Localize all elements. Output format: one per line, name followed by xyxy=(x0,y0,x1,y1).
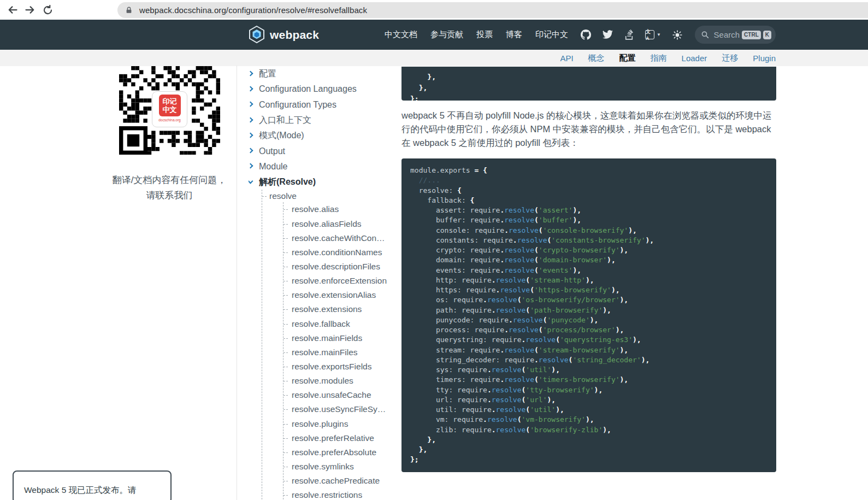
webpack-logo[interactable]: webpack xyxy=(249,20,319,50)
address-bar[interactable]: webpack.docschina.org/configuration/reso… xyxy=(117,2,868,18)
url-text: webpack.docschina.org/configuration/reso… xyxy=(139,5,367,15)
chevron-down-icon: ▼ xyxy=(657,32,661,37)
sidebar-subitem[interactable]: resolve.preferRelative xyxy=(284,431,400,445)
nav-link[interactable]: 博客 xyxy=(506,30,522,40)
sidebar-subitem[interactable]: resolve.useSyncFileSy… xyxy=(284,402,400,416)
sidebar-subitem[interactable]: resolve.alias xyxy=(284,202,400,216)
sidebar-subitem[interactable]: resolve.enforceExtension xyxy=(284,274,400,288)
sidebar-item-label: Configuration Languages xyxy=(259,84,357,94)
tree-children: resolve.aliasresolve.aliasFieldsresolve.… xyxy=(283,202,400,500)
browser-chrome: webpack.docschina.org/configuration/reso… xyxy=(0,0,868,20)
sidebar-divider xyxy=(237,66,237,500)
nav-link[interactable]: 参与贡献 xyxy=(430,30,463,40)
code-block-fallback[interactable]: module.exports = { //... resolve: { fall… xyxy=(401,158,776,472)
sidebar-item-resolve[interactable]: resolve xyxy=(262,190,400,202)
sidebar-subitem[interactable]: resolve.fallback xyxy=(284,317,400,331)
lock-icon xyxy=(125,6,133,14)
chevron-right-icon xyxy=(249,102,253,107)
sidebar-item-label: 配置 xyxy=(259,68,276,80)
sidebar-subitem[interactable]: resolve.exportsFields xyxy=(284,360,400,374)
sidebar-item[interactable]: 模式(Mode) xyxy=(249,128,400,143)
sidebar-item-label: 解析(Resolve) xyxy=(259,177,316,188)
sidebar-subitem[interactable]: resolve.plugins xyxy=(284,416,400,431)
search-icon xyxy=(701,30,709,39)
sidebar-subitem[interactable]: resolve.conditionNames xyxy=(284,245,400,260)
sidebar-subitem[interactable]: resolve.restrictions xyxy=(284,488,400,500)
sidebar-item[interactable]: 配置 xyxy=(249,66,400,81)
logo-text: webpack xyxy=(270,28,319,42)
sidebar-subitem[interactable]: resolve.unsafeCache xyxy=(284,388,400,402)
resolve-tree: resolve resolve.aliasresolve.aliasFields… xyxy=(262,190,400,500)
sidebar-subitem[interactable]: resolve.preferAbsolute xyxy=(284,445,400,460)
subnav-item[interactable]: Plugin xyxy=(753,54,776,63)
top-nav: 中文文档参与贡献投票博客印记中文 xyxy=(385,30,568,40)
nav-link[interactable]: 中文文档 xyxy=(385,30,417,40)
header-icons: 文A ▼ xyxy=(581,30,682,40)
sidebar-subitem[interactable]: resolve.extensionAlias xyxy=(284,288,400,302)
github-icon[interactable] xyxy=(581,30,591,40)
sidebar-subitem[interactable]: resolve.symlinks xyxy=(284,460,400,474)
sidebar-item-label: Output xyxy=(259,146,285,156)
twitter-icon[interactable] xyxy=(603,30,613,39)
sidebar-subitem[interactable]: resolve.mainFiles xyxy=(284,345,400,360)
chevron-right-icon xyxy=(249,86,253,91)
sidebar-item[interactable]: 解析(Resolve) xyxy=(249,174,400,190)
sidebar-subitem[interactable]: resolve.aliasFields xyxy=(284,217,400,231)
sidebar-subitem[interactable]: resolve.cachePredicate xyxy=(284,474,400,488)
sidebar-subitem[interactable]: resolve.modules xyxy=(284,374,400,388)
notification-text: Webpack 5 现已正式发布。请 xyxy=(24,485,137,495)
sidebar-item[interactable]: Output xyxy=(249,143,400,158)
sidebar-item[interactable]: 入口和上下文 xyxy=(249,113,400,128)
subnav-item[interactable]: 指南 xyxy=(651,53,667,63)
webpack-docs-page: webpack.docschina.org/configuration/reso… xyxy=(0,0,868,500)
qr-domain-text: docschina.org xyxy=(158,118,180,122)
chevron-right-icon xyxy=(249,70,253,76)
site-header: webpack 中文文档参与贡献投票博客印记中文 文A ▼ xyxy=(0,20,868,50)
webpack-cube-icon xyxy=(249,26,265,44)
kbd-k: K xyxy=(763,31,771,39)
subnav-item[interactable]: 配置 xyxy=(619,53,636,63)
chevron-down-icon xyxy=(249,178,253,184)
qr-center-logo: 印记 中文 docschina.org xyxy=(152,91,187,127)
subnav-item[interactable]: 概念 xyxy=(588,53,605,63)
subnav-item[interactable]: 迁移 xyxy=(722,53,738,63)
chevron-right-icon xyxy=(249,163,253,169)
sidebar-subitem[interactable]: resolve.descriptionFiles xyxy=(284,260,400,274)
back-icon[interactable] xyxy=(5,3,20,17)
subnav-item[interactable]: Loader xyxy=(682,54,707,63)
subnav: API概念配置指南Loader迁移Plugin xyxy=(0,50,868,66)
sidebar-list: 配置Configuration LanguagesConfiguration T… xyxy=(249,66,400,190)
forward-icon[interactable] xyxy=(23,3,37,17)
sidebar-item-label: 模式(Mode) xyxy=(259,130,304,142)
qr-code: 印记 中文 docschina.org xyxy=(119,66,220,155)
subnav-item[interactable]: API xyxy=(560,54,573,63)
sidebar-subitem[interactable]: resolve.extensions xyxy=(284,302,400,316)
chevron-right-icon xyxy=(249,132,253,138)
sidebar-item-label: Module xyxy=(259,162,287,172)
stackoverflow-icon[interactable] xyxy=(624,30,634,40)
search-input[interactable]: Search CTRL K xyxy=(695,26,776,44)
code-block-previous: }, },}; xyxy=(401,67,776,101)
sidebar-item[interactable]: Configuration Types xyxy=(249,97,400,113)
sidebar-item-label: 入口和上下文 xyxy=(259,115,311,126)
sidebar-subitem[interactable]: resolve.mainFields xyxy=(284,331,400,345)
sidebar-subitem[interactable]: resolve.cacheWithCon… xyxy=(284,231,400,245)
search-placeholder: Search xyxy=(714,30,740,39)
kbd-ctrl: CTRL xyxy=(742,31,761,39)
theme-sun-icon[interactable] xyxy=(672,30,682,40)
nav-link[interactable]: 投票 xyxy=(476,30,493,40)
promo-caption: 翻译/文档内容有任何问题，请联系我们 xyxy=(112,173,227,203)
webpack5-notification[interactable]: Webpack 5 现已正式发布。请 xyxy=(13,470,172,500)
chevron-right-icon xyxy=(249,117,253,122)
reload-icon[interactable] xyxy=(40,3,55,17)
polyfill-paragraph: webpack 5 不再自动 polyfill Node.js 的核心模块，这意… xyxy=(401,109,777,150)
sidebar-item[interactable]: Configuration Languages xyxy=(249,81,400,97)
nav-link[interactable]: 印记中文 xyxy=(535,30,568,40)
sidebar-item-label: Configuration Types xyxy=(259,100,336,110)
chevron-right-icon xyxy=(249,148,253,154)
sidebar-item[interactable]: Module xyxy=(249,159,400,174)
sidebar: 配置Configuration LanguagesConfiguration T… xyxy=(249,66,400,500)
translate-icon[interactable]: 文A ▼ xyxy=(645,30,661,39)
